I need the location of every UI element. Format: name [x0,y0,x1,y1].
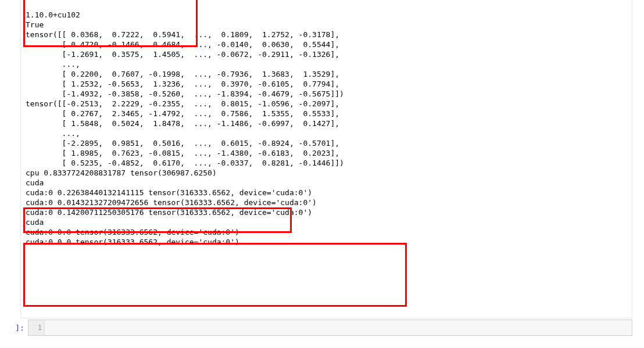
output-line: cuda:0 0.14200711250305176 tensor(316333… [26,208,312,217]
notebook-area: 1.10.0+cu102 True tensor([[ 0.0368, 0.72… [0,0,639,348]
input-cell: ]: 1 [0,320,632,336]
output-line: [ 0.5235, -0.4852, 0.6170, ..., -0.0337,… [26,159,344,167]
output-line: [ 1.5848, 0.5024, 1.8478, ..., -1.1486, … [26,119,339,128]
output-line: ..., [26,60,80,69]
output-line: cuda:0 0.22638440132141115 tensor(316333… [26,188,312,197]
output-line: [ 1.8985, 0.7623, -0.0815, ..., -1.4380,… [26,149,339,157]
output-cell[interactable]: 1.10.0+cu102 True tensor([[ 0.0368, 0.72… [20,0,632,318]
output-line: [-2.2895, 0.9851, 0.5016, ..., 0.6015, -… [26,139,339,148]
output-line: [ 0.4720, -0.1466, 0.4684, ..., -0.0140,… [26,40,339,49]
output-text: 1.10.0+cu102 True tensor([[ 0.0368, 0.72… [21,0,632,300]
output-line: [ 0.2767, 2.3465, -1.4792, ..., 0.7586, … [26,109,339,118]
output-line: cuda [26,178,44,187]
output-line: [-1.4932, -0.3858, -0.5260, ..., -1.8394… [26,89,344,98]
input-prompt: ]: [0,320,28,333]
output-line: tensor([[ 0.0368, 0.7222, 0.5941, ..., 0… [26,30,339,39]
output-line: tensor([[-0.2513, 2.2229, -0.2355, ..., … [26,99,339,108]
output-line: cuda:0 0.0 tensor(316333.6562, device='c… [26,238,239,246]
output-line: [-1.2691, 0.3575, 1.4505, ..., -0.0672, … [26,50,339,59]
output-line: [ 0.2200, 0.7607, -0.1998, ..., -0.7936,… [26,70,339,78]
output-line: cpu 0.8337724208831787 tensor(306987.625… [26,168,217,177]
highlight-box-3 [23,243,407,307]
output-line: [ 1.2532, -0.5653, 1.3236, ..., 0.3970, … [26,80,339,88]
output-line: cuda:0 0.014321327209472656 tensor(31633… [26,198,317,207]
code-content[interactable] [45,320,632,335]
output-line: cuda:0 0.0 tensor(316333.6562, device='c… [26,228,239,236]
output-line: 1.10.0+cu102 [26,10,80,19]
output-line: ..., [26,129,80,138]
code-editor[interactable]: 1 [28,320,632,336]
output-line: True [26,20,44,29]
output-line: cuda [26,218,44,227]
line-gutter: 1 [28,320,45,335]
